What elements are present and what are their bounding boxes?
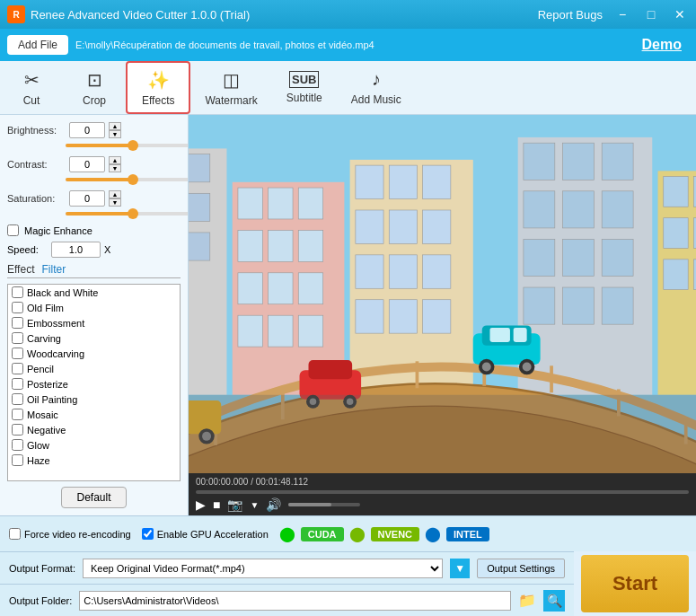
list-item[interactable]: Woodcarving (8, 346, 180, 361)
magic-enhance-row: Magic Enhance (7, 224, 181, 236)
brightness-track[interactable] (66, 144, 189, 147)
saturation-track[interactable] (66, 212, 189, 216)
contrast-track[interactable] (66, 178, 189, 181)
effect-checkbox-black-white[interactable] (12, 286, 23, 298)
output-folder-input[interactable] (79, 591, 511, 611)
svg-rect-49 (602, 287, 633, 324)
effect-checkbox-pencil[interactable] (12, 363, 23, 374)
force-encoding-checkbox[interactable] (9, 528, 21, 540)
toolbar-effects-label: Effects (142, 94, 174, 107)
saturation-down[interactable]: ▼ (109, 198, 121, 207)
intel-icon: ⬤ (425, 525, 441, 542)
play-button[interactable]: ▶ (196, 497, 206, 512)
effect-checkbox-glow[interactable] (12, 439, 23, 451)
left-panel: Brightness: ▲ ▼ Contrast: ▲ ▼ (0, 115, 189, 515)
svg-rect-44 (524, 239, 555, 276)
list-item[interactable]: Pencil (8, 361, 180, 376)
maximize-button[interactable]: □ (642, 5, 660, 23)
force-encoding-label[interactable]: Force video re-encoding (9, 528, 131, 540)
saturation-up[interactable]: ▲ (109, 190, 121, 198)
list-item[interactable]: Posterize (8, 376, 180, 392)
list-item[interactable]: Carving (8, 330, 180, 346)
toolbar-crop[interactable]: ⊡ Crop (63, 61, 126, 114)
effect-checkbox-oil-painting[interactable] (12, 393, 23, 405)
output-format-select[interactable]: Keep Original Video Format(*.mp4) (83, 559, 443, 578)
effect-checkbox-old-film[interactable] (12, 302, 23, 313)
effect-checkbox-woodcarving[interactable] (12, 348, 23, 359)
list-item[interactable]: Old Film (8, 300, 180, 315)
contrast-thumb[interactable] (128, 174, 138, 185)
list-item[interactable]: Haze (8, 453, 180, 468)
effect-checkbox-haze[interactable] (12, 454, 23, 466)
minimize-button[interactable]: − (613, 5, 631, 23)
brightness-spinner: ▲ ▼ (109, 122, 121, 138)
list-item[interactable]: Glow (8, 437, 180, 453)
volume-icon: 🔊 (266, 497, 281, 512)
snapshot-button[interactable]: 📷 (227, 497, 242, 512)
list-item[interactable]: Negative (8, 422, 180, 437)
toolbar-watermark[interactable]: ◫ Watermark (190, 61, 271, 114)
search-folder-button[interactable]: 🔍 (543, 590, 565, 612)
list-item[interactable]: Black and White (8, 285, 180, 300)
brightness-input[interactable] (69, 122, 105, 138)
effects-list[interactable]: Black and White Old Film Embossment Carv… (7, 284, 181, 481)
brightness-up[interactable]: ▲ (109, 122, 121, 130)
output-settings-button[interactable]: Output Settings (477, 559, 565, 578)
default-button[interactable]: Default (61, 487, 126, 508)
svg-rect-1 (189, 148, 226, 394)
contrast-input[interactable] (69, 156, 105, 172)
toolbar-cut[interactable]: ✂ Cut (0, 61, 63, 114)
effect-checkbox-embossment[interactable] (12, 317, 23, 329)
effect-checkbox-carving[interactable] (12, 332, 23, 344)
time-current: 00:00:00.000 (196, 477, 248, 487)
effect-label-carving: Carving (27, 333, 61, 344)
contrast-down[interactable]: ▼ (109, 164, 121, 172)
magic-enhance-checkbox[interactable] (7, 224, 19, 236)
effect-checkbox-negative[interactable] (12, 424, 23, 436)
add-file-button[interactable]: Add File (7, 35, 68, 55)
svg-rect-88 (189, 395, 696, 473)
report-bugs-link[interactable]: Report Bugs (538, 8, 603, 22)
svg-rect-35 (389, 300, 417, 333)
saturation-input[interactable] (69, 190, 105, 207)
toolbar-effects[interactable]: ✨ Effects (126, 61, 190, 114)
effect-checkbox-mosaic[interactable] (12, 409, 23, 420)
close-button[interactable]: ✕ (671, 5, 689, 23)
gpu-acceleration-checkbox[interactable] (142, 528, 154, 540)
snapshot-down-button[interactable]: ▼ (250, 500, 259, 510)
video-area (189, 115, 696, 473)
intel-badge[interactable]: INTEL (446, 527, 489, 541)
list-item[interactable]: Oil Painting (8, 392, 180, 407)
toolbar-subtitle-label: Subtitle (286, 92, 322, 104)
stop-button[interactable]: ■ (213, 497, 220, 512)
volume-slider[interactable] (288, 503, 360, 506)
toolbar-add-music[interactable]: ♪ Add Music (337, 61, 416, 114)
speed-input[interactable] (51, 242, 101, 258)
effect-tab[interactable]: Effect (7, 263, 34, 276)
video-panel: 00:00:00.000 / 00:01:48.112 ▶ ■ 📷 ▼ 🔊 (189, 115, 696, 515)
svg-rect-43 (602, 191, 633, 228)
demo-link[interactable]: Demo (642, 37, 682, 53)
start-button[interactable]: Start (581, 555, 689, 612)
effect-label-pencil: Pencil (27, 364, 54, 374)
gpu-acceleration-label[interactable]: Enable GPU Acceleration (142, 528, 269, 540)
format-dropdown-button[interactable]: ▼ (450, 559, 470, 578)
svg-point-73 (523, 363, 532, 372)
nvenc-badge[interactable]: NVENC (371, 527, 420, 541)
filter-tab[interactable]: Filter (41, 263, 66, 276)
brightness-thumb[interactable] (128, 140, 138, 151)
effect-checkbox-posterize[interactable] (12, 378, 23, 390)
brightness-down[interactable]: ▼ (109, 130, 121, 138)
toolbar-subtitle[interactable]: SUB Subtitle (272, 61, 337, 114)
list-item[interactable]: Embossment (8, 315, 180, 330)
gpu-acceleration-text: Enable GPU Acceleration (157, 529, 269, 540)
contrast-up[interactable]: ▲ (109, 156, 121, 164)
brightness-row: Brightness: ▲ ▼ (7, 122, 181, 138)
effect-label-glow: Glow (27, 440, 49, 451)
saturation-thumb[interactable] (128, 208, 138, 219)
browse-folder-button[interactable]: 📁 (518, 592, 536, 609)
list-item[interactable]: Mosaic (8, 407, 180, 422)
cuda-badge[interactable]: CUDA (301, 527, 344, 541)
progress-bar[interactable] (196, 490, 689, 494)
output-format-bar: Output Format: Keep Original Video Forma… (0, 551, 574, 584)
